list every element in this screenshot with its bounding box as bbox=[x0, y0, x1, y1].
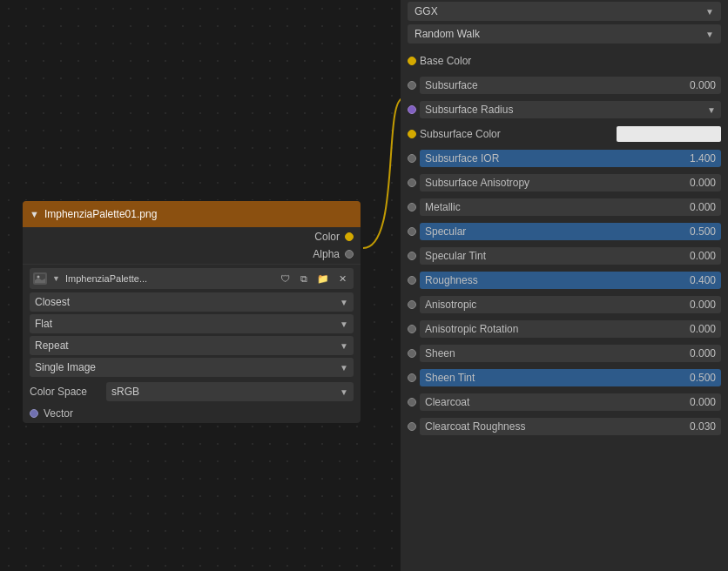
specular-tint-label: Specular Tint bbox=[425, 250, 486, 262]
interpolation-arrow: ▼ bbox=[340, 298, 348, 307]
sheen-tint-value: 0.500 bbox=[690, 372, 716, 384]
anisotropic-value: 0.000 bbox=[690, 299, 716, 311]
specular-tint-field[interactable]: Specular Tint 0.000 bbox=[420, 247, 721, 265]
image-name-label: ImphenziaPalette... bbox=[65, 273, 273, 284]
subsurface-ior-row: Subsurface IOR 1.400 bbox=[401, 146, 728, 171]
subsurface-radius-field[interactable]: Subsurface Radius ▼ bbox=[420, 101, 721, 118]
specular-tint-socket bbox=[408, 252, 416, 260]
color-output-socket bbox=[345, 232, 354, 241]
subsurface-socket bbox=[408, 81, 416, 90]
subsurface-ior-value: 1.400 bbox=[690, 152, 716, 165]
subsurface-ior-label: Subsurface IOR bbox=[425, 152, 499, 165]
base-color-label: Base Color bbox=[420, 55, 721, 67]
subsurface-anisotropy-value: 0.000 bbox=[690, 177, 716, 189]
subsurface-value: 0.000 bbox=[690, 79, 716, 91]
projection-dropdown[interactable]: Flat ▼ bbox=[30, 314, 354, 333]
anisotropic-field[interactable]: Anisotropic 0.000 bbox=[420, 296, 721, 313]
ggx-dropdown[interactable]: GGX ▼ bbox=[408, 2, 721, 21]
roughness-field[interactable]: Roughness 0.400 bbox=[420, 272, 721, 289]
source-arrow: ▼ bbox=[340, 363, 348, 373]
specular-socket bbox=[408, 227, 416, 236]
subsurface-label: Subsurface bbox=[425, 79, 478, 91]
sheen-tint-field[interactable]: Sheen Tint 0.500 bbox=[420, 369, 721, 386]
metallic-value: 0.000 bbox=[690, 201, 716, 213]
color-space-arrow: ▼ bbox=[340, 387, 348, 397]
color-space-row: Color Space sRGB ▼ bbox=[23, 380, 361, 404]
random-walk-dropdown[interactable]: Random Walk ▼ bbox=[408, 24, 721, 44]
divider-1 bbox=[23, 264, 361, 265]
right-panel: GGX ▼ Random Walk ▼ Base Color Subsurfac… bbox=[401, 0, 728, 571]
image-icon bbox=[33, 272, 47, 285]
clearcoat-roughness-value: 0.030 bbox=[690, 420, 716, 433]
sheen-label: Sheen bbox=[425, 347, 455, 359]
random-walk-label: Random Walk bbox=[415, 28, 480, 40]
subsurface-ior-socket bbox=[408, 154, 416, 163]
specular-row: Specular 0.500 bbox=[401, 219, 728, 244]
anisotropic-rotation-row: Anisotropic Rotation 0.000 bbox=[401, 317, 728, 341]
color-space-dropdown[interactable]: sRGB ▼ bbox=[106, 382, 354, 401]
subsurface-color-socket bbox=[408, 130, 416, 138]
anisotropic-rotation-label: Anisotropic Rotation bbox=[425, 323, 518, 335]
specular-value: 0.500 bbox=[690, 225, 716, 238]
image-field[interactable]: ▼ ImphenziaPalette... 🛡 ⧉ 📁 ✕ bbox=[30, 268, 354, 289]
clearcoat-roughness-field[interactable]: Clearcoat Roughness 0.030 bbox=[420, 418, 721, 435]
sheen-value: 0.000 bbox=[690, 347, 716, 359]
metallic-row: Metallic 0.000 bbox=[401, 195, 728, 219]
node-header: ▼ ImphenziaPalette01.png bbox=[23, 201, 361, 227]
alpha-output-socket bbox=[345, 250, 354, 259]
clearcoat-roughness-socket bbox=[408, 422, 416, 431]
metallic-socket bbox=[408, 203, 416, 212]
subsurface-color-label: Subsurface Color bbox=[420, 128, 613, 140]
projection-arrow: ▼ bbox=[340, 319, 348, 329]
folder-button[interactable]: 📁 bbox=[315, 271, 331, 286]
interpolation-label: Closest bbox=[35, 296, 70, 308]
clearcoat-field[interactable]: Clearcoat 0.000 bbox=[420, 393, 721, 411]
subsurface-radius-socket bbox=[408, 105, 416, 114]
specular-field[interactable]: Specular 0.500 bbox=[420, 223, 721, 240]
anisotropic-rotation-field[interactable]: Anisotropic Rotation 0.000 bbox=[420, 320, 721, 338]
ggx-dropdown-row: GGX ▼ bbox=[401, 0, 728, 23]
random-walk-arrow: ▼ bbox=[705, 30, 714, 39]
extension-dropdown[interactable]: Repeat ▼ bbox=[30, 336, 354, 355]
copy-button[interactable]: ⧉ bbox=[296, 271, 312, 286]
extension-label: Repeat bbox=[35, 339, 69, 352]
node-collapse-icon[interactable]: ▼ bbox=[30, 209, 39, 219]
source-dropdown[interactable]: Single Image ▼ bbox=[30, 358, 354, 377]
anisotropic-socket bbox=[408, 300, 416, 309]
subsurface-field[interactable]: Subsurface 0.000 bbox=[420, 77, 721, 94]
specular-tint-row: Specular Tint 0.000 bbox=[401, 244, 728, 268]
vector-socket bbox=[30, 409, 38, 418]
alpha-output-label: Alpha bbox=[313, 248, 340, 260]
sheen-socket bbox=[408, 349, 416, 358]
sheen-tint-row: Sheen Tint 0.500 bbox=[401, 366, 728, 390]
clearcoat-roughness-label: Clearcoat Roughness bbox=[425, 420, 525, 433]
subsurface-ior-field[interactable]: Subsurface IOR 1.400 bbox=[420, 150, 721, 167]
metallic-field[interactable]: Metallic 0.000 bbox=[420, 198, 721, 216]
subsurface-anisotropy-field[interactable]: Subsurface Anisotropy 0.000 bbox=[420, 174, 721, 191]
image-svg-icon bbox=[35, 274, 45, 283]
node-outputs: Color Alpha bbox=[23, 227, 361, 264]
image-type-dropdown[interactable]: ▼ bbox=[51, 274, 62, 283]
roughness-label: Roughness bbox=[425, 274, 478, 286]
subsurface-radius-label: Subsurface Radius bbox=[425, 104, 513, 116]
shield-button[interactable]: 🛡 bbox=[277, 271, 293, 286]
clearcoat-value: 0.000 bbox=[690, 396, 716, 408]
subsurface-color-swatch[interactable] bbox=[617, 126, 721, 142]
alpha-output-row: Alpha bbox=[313, 248, 354, 260]
subsurface-color-row: Subsurface Color bbox=[401, 122, 728, 146]
vector-label: Vector bbox=[44, 407, 73, 420]
sheen-tint-socket bbox=[408, 373, 416, 382]
anisotropic-row: Anisotropic 0.000 bbox=[401, 292, 728, 317]
node-title: ImphenziaPalette01.png bbox=[44, 208, 157, 220]
base-color-socket bbox=[408, 57, 416, 65]
sheen-field[interactable]: Sheen 0.000 bbox=[420, 345, 721, 362]
vector-input-row: Vector bbox=[23, 404, 361, 423]
color-space-value: sRGB bbox=[111, 386, 139, 398]
interpolation-dropdown[interactable]: Closest ▼ bbox=[30, 292, 354, 312]
subsurface-row: Subsurface 0.000 bbox=[401, 73, 728, 97]
roughness-value: 0.400 bbox=[690, 274, 716, 286]
random-walk-dropdown-row: Random Walk ▼ bbox=[401, 23, 728, 45]
subsurface-radius-row: Subsurface Radius ▼ bbox=[401, 97, 728, 122]
subsurface-radius-arrow: ▼ bbox=[707, 105, 716, 115]
close-button[interactable]: ✕ bbox=[334, 271, 350, 286]
